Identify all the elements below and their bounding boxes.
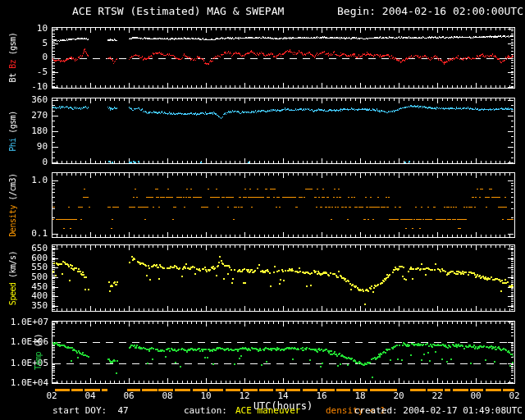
y-axis-title-part: Temp bbox=[34, 352, 43, 370]
y-axis-title-spd: Speed (km/s) bbox=[7, 196, 19, 360]
ace-maneuver-label: ACE maneuver bbox=[235, 405, 300, 416]
start-doy-label: start DOY: 47 bbox=[52, 405, 129, 416]
chart-canvas bbox=[0, 0, 525, 420]
y-axis-title-tmp: Temp (K) bbox=[33, 270, 44, 420]
ace-rtsw-plot: ACE RTSW (Estimated) MAG & SWEPAM Begin:… bbox=[0, 0, 525, 420]
y-axis-title-part: (km/s) bbox=[8, 251, 17, 283]
page-title: ACE RTSW (Estimated) MAG & SWEPAM bbox=[72, 5, 284, 17]
y-axis-title-part: (K) bbox=[34, 334, 43, 352]
created-label: created: 2004-02-17 01:49:08UTC bbox=[354, 405, 523, 416]
y-axis-title-part: Speed bbox=[8, 283, 17, 306]
begin-label: Begin: 2004-02-16 02:00:00UTC bbox=[337, 5, 523, 17]
caution-label: caution: bbox=[184, 405, 227, 416]
